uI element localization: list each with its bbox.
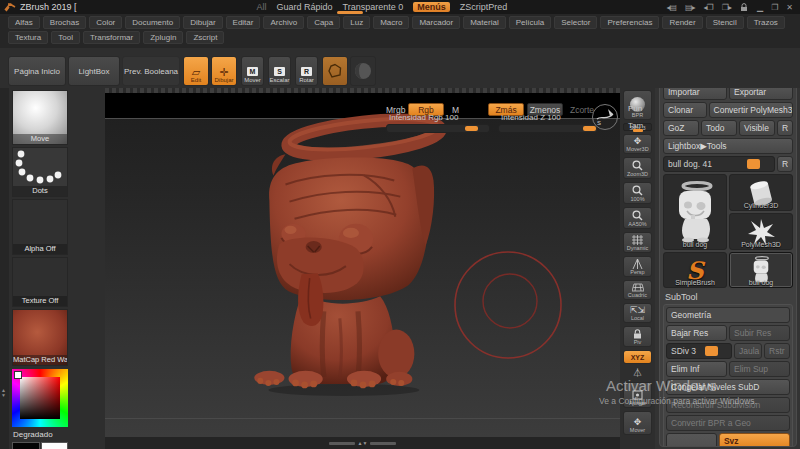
xyz-constraint-button[interactable]: XYZ bbox=[623, 350, 652, 364]
stroke-thumbnail[interactable]: Dots bbox=[12, 147, 68, 197]
menu-archivo[interactable]: Archivo bbox=[263, 16, 304, 29]
simplebrush-thumbnail[interactable]: S SimpleBrush bbox=[663, 252, 727, 288]
menu-luz[interactable]: Luz bbox=[343, 16, 370, 29]
menu-material[interactable]: Material bbox=[463, 16, 505, 29]
doc-next-icon[interactable]: ❐▸ bbox=[722, 3, 731, 12]
transparent-slider-handle[interactable] bbox=[337, 11, 363, 14]
scroll3d-button[interactable]: ✥Mover3D bbox=[623, 134, 652, 154]
menu-selector[interactable]: Selector bbox=[554, 16, 597, 29]
goz-visible-button[interactable]: Visible bbox=[739, 120, 775, 136]
main-color-swatch[interactable] bbox=[12, 442, 40, 449]
document-canvas[interactable] bbox=[105, 88, 620, 437]
menu-trazos[interactable]: Trazos bbox=[747, 16, 785, 29]
menu-dibujar[interactable]: Dibujar bbox=[183, 16, 222, 29]
divide-button[interactable]: Dividir bbox=[666, 433, 717, 447]
local-symmetry-button[interactable]: ⇱⇲Local bbox=[623, 303, 652, 323]
hscroll-arrows[interactable]: ▲▼ bbox=[358, 440, 368, 446]
menu-macro[interactable]: Macro bbox=[373, 16, 409, 29]
hscroll-right-bar[interactable] bbox=[370, 442, 396, 445]
menu-transformar[interactable]: Transformar bbox=[83, 31, 140, 44]
texture-thumbnail[interactable]: Texture Off bbox=[12, 257, 68, 307]
all-button[interactable]: All bbox=[257, 2, 267, 12]
pug-model[interactable] bbox=[243, 105, 475, 397]
sdiv-handle[interactable] bbox=[705, 346, 718, 356]
actual-size-button[interactable]: 100% bbox=[623, 182, 652, 204]
live-boolean-button[interactable]: Prev. Booleana bbox=[122, 56, 180, 86]
left-divider-strip[interactable]: ▲▼ bbox=[0, 88, 9, 449]
menu-marcador[interactable]: Marcador bbox=[412, 16, 460, 29]
subtool-section-label[interactable]: SubTool bbox=[663, 290, 793, 302]
reconstruct-subdiv-button[interactable]: Reconstruir Subdivisión bbox=[666, 397, 790, 413]
del-higher-button[interactable]: Elim Sup bbox=[729, 361, 790, 377]
goz-button[interactable]: GoZ bbox=[663, 120, 699, 136]
menu-zscript[interactable]: Zscript bbox=[186, 31, 224, 44]
current-tool-thumbnail[interactable]: bull dog bbox=[663, 174, 727, 250]
saturation-square[interactable] bbox=[20, 377, 60, 419]
polymesh3d-thumbnail[interactable]: PolyMesh3D bbox=[729, 213, 793, 250]
lightbox-button[interactable]: LightBox bbox=[68, 56, 120, 86]
floor-grid-button[interactable]: Cuadríc bbox=[623, 280, 652, 300]
minimize-button[interactable]: ▁ bbox=[757, 3, 762, 12]
freeze-subd-button[interactable]: Congelar Niveles SubD bbox=[666, 379, 790, 395]
sdiv-slider[interactable]: SDiv 3 bbox=[666, 343, 732, 359]
perspective-button[interactable]: Persp bbox=[623, 256, 652, 277]
rgb-intensity-slider[interactable]: Intensidad Rgb 100 bbox=[386, 124, 490, 133]
lazy-stroke-icon[interactable]: S bbox=[592, 104, 618, 130]
secondary-color-swatch[interactable] bbox=[41, 442, 68, 449]
material-thumbnail[interactable]: MatCap Red Wa bbox=[12, 309, 68, 366]
menu-color[interactable]: Color bbox=[89, 16, 122, 29]
scale-button[interactable]: S Escalar bbox=[268, 56, 291, 86]
menu-preferencias[interactable]: Preferencias bbox=[600, 16, 659, 29]
menu-documento[interactable]: Documento bbox=[125, 16, 180, 29]
home-page-button[interactable]: Página Inicio bbox=[8, 56, 66, 86]
gradient-label[interactable]: Degradado bbox=[13, 430, 53, 439]
menu-alfas[interactable]: Alfas bbox=[8, 16, 40, 29]
gnomon-sphere-button[interactable] bbox=[350, 56, 376, 86]
lock-icon[interactable] bbox=[740, 3, 748, 12]
menus-toggle-button[interactable]: Menús bbox=[413, 2, 450, 12]
doc-prev-icon[interactable]: ◂❐ bbox=[704, 3, 713, 12]
tray-resize-handle[interactable]: ▲▼ bbox=[1, 388, 6, 398]
move-button[interactable]: M Mover bbox=[241, 56, 264, 86]
aa-half-button[interactable]: AA50% bbox=[623, 207, 652, 229]
dock-left-icon[interactable]: ◂▤ bbox=[666, 3, 676, 12]
lower-res-button[interactable]: Bajar Res bbox=[666, 325, 727, 341]
make-polymesh3d-button[interactable]: Convertir PolyMesh3D bbox=[709, 102, 793, 118]
draw-button[interactable]: ✛ Dibujar bbox=[211, 56, 237, 86]
close-button[interactable]: ✕ bbox=[786, 3, 792, 12]
frame-fit-button[interactable]: Ajustar bbox=[623, 382, 652, 408]
rgb-intensity-handle[interactable] bbox=[465, 126, 478, 131]
zscript-button[interactable]: ZScriptPred bbox=[460, 2, 508, 12]
menu-zplugin[interactable]: Zplugin bbox=[143, 31, 183, 44]
pivot-lock-button[interactable]: Piv bbox=[623, 326, 652, 347]
higher-res-button[interactable]: Subir Res bbox=[729, 325, 790, 341]
menu-stencil[interactable]: Stencil bbox=[706, 16, 744, 29]
color-swatch-preview[interactable] bbox=[14, 371, 22, 379]
cylinder3d-thumbnail[interactable]: Cylinder3D bbox=[729, 174, 793, 211]
edit-button[interactable]: ▱ Edit bbox=[183, 56, 209, 86]
tool-index-slider[interactable]: bull dog. 41 bbox=[663, 156, 775, 172]
menu-editar[interactable]: Editar bbox=[226, 16, 261, 29]
smt-button[interactable]: Svz bbox=[719, 433, 790, 447]
cage-button[interactable]: Jaula bbox=[734, 343, 762, 359]
menu-render[interactable]: Render bbox=[662, 16, 702, 29]
brush-thumbnail[interactable]: Move bbox=[12, 90, 68, 145]
scroll-doc-button[interactable]: ✥Mover bbox=[623, 411, 652, 435]
quick-save-button[interactable]: Guard Rápido bbox=[277, 2, 333, 12]
dynamic-persp-button[interactable]: Dynamic bbox=[623, 232, 652, 253]
color-picker[interactable] bbox=[12, 369, 68, 427]
menu-capa[interactable]: Capa bbox=[307, 16, 340, 29]
lightbox-tools-button[interactable]: Lightbox▶Tools bbox=[663, 138, 793, 154]
geometry-header[interactable]: Geometría bbox=[666, 307, 790, 323]
dock-right-icon[interactable]: ▤▸ bbox=[685, 3, 695, 12]
transparent-slider[interactable]: Transparente 0 bbox=[343, 2, 404, 12]
menu-brochas[interactable]: Brochas bbox=[43, 16, 86, 29]
tool-r-button[interactable]: R bbox=[777, 156, 793, 172]
rotate-button[interactable]: R Rotar bbox=[295, 56, 318, 86]
sculptris-pro-button[interactable] bbox=[322, 56, 348, 86]
goz-r-button[interactable]: R bbox=[777, 120, 793, 136]
menu-textura[interactable]: Textura bbox=[8, 31, 48, 44]
clone-button[interactable]: Clonar bbox=[663, 102, 707, 118]
del-lower-button[interactable]: Elim Inf bbox=[666, 361, 727, 377]
hscroll-left-bar[interactable] bbox=[329, 442, 355, 445]
